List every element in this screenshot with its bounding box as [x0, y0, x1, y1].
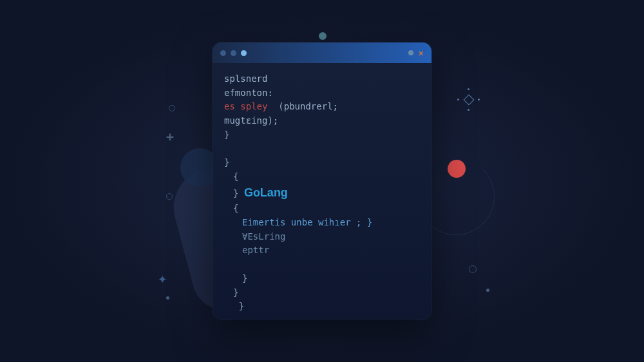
code-line: es spley (pbundrerl;: [224, 100, 420, 114]
bg-circle-outline: [169, 105, 175, 111]
code-line: efmonton:: [224, 86, 420, 100]
bg-dot: [166, 296, 169, 300]
bg-dot-top: [319, 32, 327, 40]
code-brace: {: [233, 171, 238, 182]
window-controls: ✕: [408, 48, 424, 58]
bg-circle-outline: [469, 265, 477, 273]
bg-dot: [486, 289, 489, 292]
diamond-decoration: [456, 87, 482, 113]
golang-label: GoLang: [244, 186, 288, 199]
plus-icon: +: [166, 129, 174, 144]
code-brace: {: [224, 202, 420, 216]
close-icon[interactable]: ✕: [419, 48, 424, 58]
code-area[interactable]: splsnerd efmonton: es spley (pbundrerl; …: [213, 63, 431, 319]
title-bar: ✕: [213, 43, 431, 63]
code-brace: }: [233, 188, 238, 198]
code-line: mugtɛing);: [224, 114, 420, 128]
code-brace: }: [224, 286, 420, 300]
traffic-dot[interactable]: [220, 50, 226, 56]
code-line: } GoLang: [224, 184, 420, 202]
traffic-dot[interactable]: [241, 50, 247, 56]
code-line: ∀EsLring: [224, 230, 420, 244]
code-brace: }: [224, 300, 420, 314]
code-brace: }: [224, 272, 420, 286]
minimize-icon[interactable]: [408, 50, 413, 55]
bg-dot-red: [448, 160, 466, 178]
traffic-dot[interactable]: [231, 50, 236, 56]
code-brace: }: [224, 156, 420, 170]
code-brace: }: [224, 128, 420, 142]
code-blank: [224, 258, 420, 272]
editor-window: ✕ splsnerd efmonton: es spley (pbundrerl…: [213, 43, 431, 319]
code-blank: [224, 142, 420, 156]
traffic-lights: [220, 50, 247, 56]
code-line: splsnerd: [224, 72, 420, 86]
sparkle-icon: ✦: [158, 269, 167, 287]
code-line: Eimertis unbe wihıer ; }: [224, 216, 420, 230]
bg-circle-outline: [166, 193, 173, 200]
code-line: epttr: [224, 243, 420, 258]
code-line: {: [224, 170, 420, 184]
code-keyword: es spley: [224, 101, 267, 111]
